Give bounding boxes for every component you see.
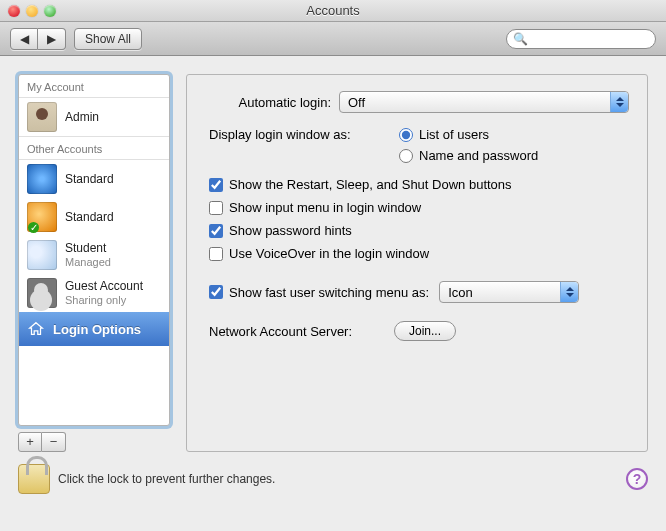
checkbox-voiceover[interactable]: Use VoiceOver in the login window (209, 246, 629, 261)
remove-account-button[interactable]: − (42, 432, 66, 452)
fast-user-select[interactable]: Icon (439, 281, 579, 303)
show-all-button[interactable]: Show All (74, 28, 142, 50)
checkbox-restart-sleep[interactable]: Show the Restart, Sleep, and Shut Down b… (209, 177, 629, 192)
checkbox-fast-user-switching[interactable]: Show fast user switching menu as: (209, 285, 429, 300)
checkbox-input[interactable] (209, 285, 223, 299)
account-name: Guest Account (65, 279, 143, 293)
radio-label: Name and password (419, 148, 538, 163)
auto-login-select[interactable]: Off (339, 91, 629, 113)
account-student[interactable]: Student Managed (19, 236, 169, 274)
nav-segment: ◀ ▶ (10, 28, 66, 50)
checkbox-input[interactable] (209, 224, 223, 238)
add-remove-controls: + − (18, 432, 170, 452)
auto-login-label: Automatic login: (209, 95, 339, 110)
account-sub: Sharing only (65, 294, 143, 307)
account-guest[interactable]: Guest Account Sharing only (19, 274, 169, 312)
login-options-label: Login Options (53, 322, 141, 337)
account-sub: Managed (65, 256, 111, 269)
content: My Account Admin Other Accounts Standard… (0, 56, 666, 458)
checkbox-label: Show the Restart, Sleep, and Shut Down b… (229, 177, 512, 192)
account-name: Student (65, 241, 111, 255)
lock-icon[interactable] (18, 464, 50, 494)
forward-button[interactable]: ▶ (38, 28, 66, 50)
toolbar: ◀ ▶ Show All 🔍 (0, 22, 666, 56)
avatar (27, 102, 57, 132)
display-login-label: Display login window as: (209, 127, 399, 142)
account-name: Admin (65, 110, 99, 124)
add-account-button[interactable]: + (18, 432, 42, 452)
checkbox-input[interactable] (209, 247, 223, 261)
lock-text: Click the lock to prevent further change… (58, 472, 275, 486)
avatar (27, 202, 57, 232)
footer: Click the lock to prevent further change… (0, 458, 666, 504)
login-options-item[interactable]: Login Options (19, 312, 169, 346)
other-accounts-header: Other Accounts (19, 136, 169, 160)
radio-list-of-users[interactable]: List of users (399, 127, 538, 142)
account-admin[interactable]: Admin (19, 98, 169, 136)
accounts-list: My Account Admin Other Accounts Standard… (18, 74, 170, 426)
checkbox-input-menu[interactable]: Show input menu in login window (209, 200, 629, 215)
chevron-updown-icon (610, 92, 628, 112)
radio-input[interactable] (399, 128, 413, 142)
avatar (27, 164, 57, 194)
network-account-label: Network Account Server: (209, 324, 394, 339)
checkbox-input[interactable] (209, 201, 223, 215)
titlebar: Accounts (0, 0, 666, 22)
window-title: Accounts (0, 3, 666, 18)
account-name: Standard (65, 210, 114, 224)
search-icon: 🔍 (513, 32, 528, 46)
join-button[interactable]: Join... (394, 321, 456, 341)
account-name: Standard (65, 172, 114, 186)
radio-name-password[interactable]: Name and password (399, 148, 538, 163)
checkbox-label: Show password hints (229, 223, 352, 238)
account-standard-2[interactable]: Standard (19, 198, 169, 236)
radio-label: List of users (419, 127, 489, 142)
auto-login-value: Off (340, 95, 387, 110)
chevron-updown-icon (560, 282, 578, 302)
settings-panel: Automatic login: Off Display login windo… (186, 74, 648, 452)
fast-user-value: Icon (440, 285, 495, 300)
account-standard-1[interactable]: Standard (19, 160, 169, 198)
radio-input[interactable] (399, 149, 413, 163)
back-button[interactable]: ◀ (10, 28, 38, 50)
search-input[interactable] (530, 32, 649, 46)
checkbox-password-hints[interactable]: Show password hints (209, 223, 629, 238)
sidebar: My Account Admin Other Accounts Standard… (18, 74, 170, 452)
checkbox-label: Show input menu in login window (229, 200, 421, 215)
house-icon (27, 320, 45, 338)
search-field[interactable]: 🔍 (506, 29, 656, 49)
my-account-header: My Account (19, 75, 169, 98)
checkbox-label: Show fast user switching menu as: (229, 285, 429, 300)
avatar (27, 240, 57, 270)
checkbox-label: Use VoiceOver in the login window (229, 246, 429, 261)
checkbox-input[interactable] (209, 178, 223, 192)
avatar (27, 278, 57, 308)
help-button[interactable]: ? (626, 468, 648, 490)
